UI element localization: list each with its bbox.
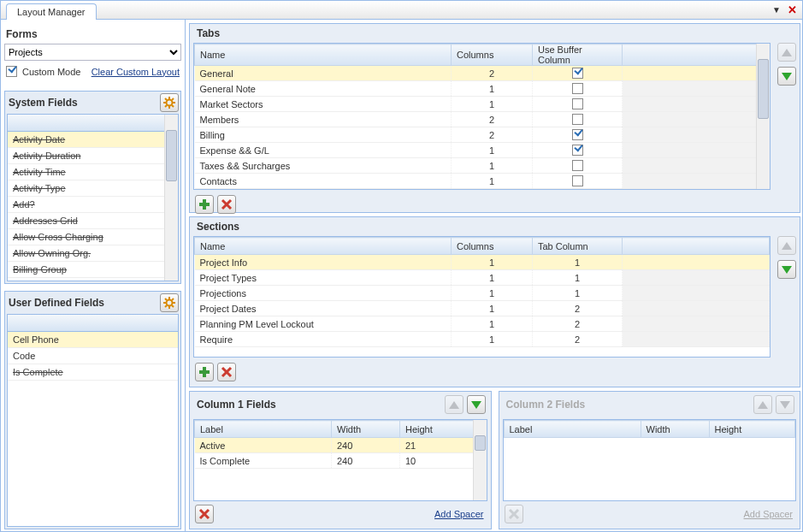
table-row[interactable]: Require12 xyxy=(195,332,770,347)
table-row[interactable]: Projections11 xyxy=(195,286,770,301)
user-defined-fields-list-header xyxy=(8,315,178,332)
buffer-checkbox[interactable] xyxy=(572,175,583,186)
table-row[interactable]: Expense && G/L1 xyxy=(195,143,770,158)
list-item[interactable]: Activity Type xyxy=(8,180,178,197)
column-1-panel: Column 1 Fields Label Width Height Activ… xyxy=(189,391,492,529)
buffer-checkbox[interactable] xyxy=(572,145,583,156)
list-item[interactable]: Addresses Grid xyxy=(8,213,178,229)
system-fields-gear-button[interactable] xyxy=(160,93,179,112)
column-2-delete-button xyxy=(505,505,523,523)
clear-custom-layout-link[interactable]: Clear Custom Layout xyxy=(92,67,180,77)
custom-mode-label: Custom Mode xyxy=(22,67,80,77)
column-2-add-spacer-link: Add Spacer xyxy=(744,509,793,519)
user-defined-fields-heading: User Defined Fields xyxy=(9,297,104,309)
buffer-checkbox[interactable] xyxy=(572,160,583,171)
list-item[interactable]: Cell Phone xyxy=(8,332,178,348)
column-1-table[interactable]: Label Width Height Active24021Is Complet… xyxy=(193,419,487,501)
sections-col-columns[interactable]: Columns xyxy=(452,238,533,255)
svg-rect-19 xyxy=(199,203,210,206)
close-icon[interactable]: ✕ xyxy=(788,3,797,16)
column-1-move-down-button[interactable] xyxy=(467,395,486,414)
table-row[interactable]: Is Complete24010 xyxy=(195,453,487,469)
list-item[interactable]: Activity Time xyxy=(8,164,178,180)
forms-heading: Forms xyxy=(6,28,180,40)
table-row[interactable]: Project Info11 xyxy=(195,255,770,270)
table-row[interactable]: Market Sectors1 xyxy=(195,97,770,112)
buffer-checkbox[interactable] xyxy=(572,129,583,140)
sections-col-spacer xyxy=(623,238,770,255)
buffer-checkbox[interactable] xyxy=(572,68,583,79)
table-row[interactable]: Members2 xyxy=(195,112,770,127)
column-1-delete-button[interactable] xyxy=(195,505,214,523)
column-2-heading: Column 2 Fields xyxy=(506,399,586,411)
window-tab[interactable]: Layout Manager xyxy=(6,3,97,20)
column-1-heading: Column 1 Fields xyxy=(197,399,276,411)
forms-select[interactable]: Projects xyxy=(4,44,181,61)
sections-move-up-button[interactable] xyxy=(777,236,796,255)
svg-line-6 xyxy=(172,105,174,107)
sections-heading: Sections xyxy=(197,221,793,233)
system-fields-scrollbar[interactable] xyxy=(164,115,178,281)
svg-line-17 xyxy=(165,305,167,307)
column-2-panel: Column 2 Fields Label Width Height xyxy=(499,391,801,529)
column-2-move-down-button xyxy=(776,395,794,414)
table-row[interactable]: Project Dates12 xyxy=(195,301,770,316)
tabs-move-down-button[interactable] xyxy=(777,67,796,86)
list-item[interactable]: Add? xyxy=(8,197,178,213)
x-icon xyxy=(508,508,520,520)
sections-table[interactable]: Name Columns Tab Column Project Info11Pr… xyxy=(193,236,771,358)
tabs-move-up-button[interactable] xyxy=(777,43,796,62)
list-item[interactable]: Billing Group xyxy=(8,262,178,278)
list-item[interactable]: Is Complete xyxy=(8,364,178,381)
tabs-delete-button[interactable] xyxy=(217,195,236,214)
table-row[interactable]: Contacts1 xyxy=(195,174,770,189)
list-item[interactable]: Allow Cross Charging xyxy=(8,229,178,245)
column-2-col-label: Label xyxy=(504,421,641,438)
column-1-move-up-button[interactable] xyxy=(445,395,463,414)
minimize-icon[interactable]: ▼ xyxy=(772,5,781,15)
plus-icon xyxy=(198,198,210,210)
table-row[interactable]: General Note1 xyxy=(195,81,770,97)
table-row[interactable]: Active24021 xyxy=(195,438,487,453)
tabs-table[interactable]: Name Columns Use Buffer Column General2G… xyxy=(193,43,771,190)
system-fields-heading: System Fields xyxy=(9,97,78,109)
table-row[interactable]: Taxes && Surcharges1 xyxy=(195,158,770,174)
svg-point-9 xyxy=(167,300,173,306)
table-row[interactable]: Billing2 xyxy=(195,127,770,143)
svg-line-14 xyxy=(165,299,167,300)
buffer-checkbox[interactable] xyxy=(572,83,583,94)
buffer-checkbox[interactable] xyxy=(572,98,583,109)
sections-col-name[interactable]: Name xyxy=(195,238,452,255)
column-1-add-spacer-link[interactable]: Add Spacer xyxy=(434,509,483,519)
list-item[interactable]: Activity Duration xyxy=(8,148,178,164)
sections-move-down-button[interactable] xyxy=(777,260,796,279)
gear-icon xyxy=(163,297,175,309)
column-1-col-width[interactable]: Width xyxy=(332,421,400,438)
sections-col-tab[interactable]: Tab Column xyxy=(533,238,623,255)
sections-add-button[interactable] xyxy=(195,363,214,381)
svg-point-0 xyxy=(167,100,173,106)
list-item[interactable]: Activity Date xyxy=(8,132,178,148)
tabs-col-columns[interactable]: Columns xyxy=(452,44,533,66)
svg-line-16 xyxy=(172,299,174,300)
column-1-col-label[interactable]: Label xyxy=(195,421,332,438)
list-item[interactable]: Code xyxy=(8,348,178,364)
table-row[interactable]: General2 xyxy=(195,66,770,81)
tabs-scrollbar[interactable] xyxy=(756,44,770,189)
list-item[interactable]: Allow Owning Org. xyxy=(8,245,178,262)
tabs-add-button[interactable] xyxy=(195,195,214,214)
tabs-col-name[interactable]: Name xyxy=(195,44,452,66)
tabs-col-buffer[interactable]: Use Buffer Column xyxy=(533,44,623,66)
system-fields-list-header xyxy=(8,115,178,132)
buffer-checkbox[interactable] xyxy=(572,114,583,125)
svg-line-7 xyxy=(172,98,174,100)
sections-delete-button[interactable] xyxy=(217,363,236,381)
table-row[interactable]: Project Types11 xyxy=(195,270,770,286)
column-1-scrollbar[interactable] xyxy=(473,420,487,500)
table-row[interactable]: Planning PM Level Lockout12 xyxy=(195,316,770,332)
x-icon xyxy=(198,508,210,520)
svg-line-8 xyxy=(165,105,167,107)
tabs-col-spacer xyxy=(623,44,770,66)
custom-mode-checkbox[interactable] xyxy=(6,66,17,77)
user-defined-fields-gear-button[interactable] xyxy=(160,293,179,312)
